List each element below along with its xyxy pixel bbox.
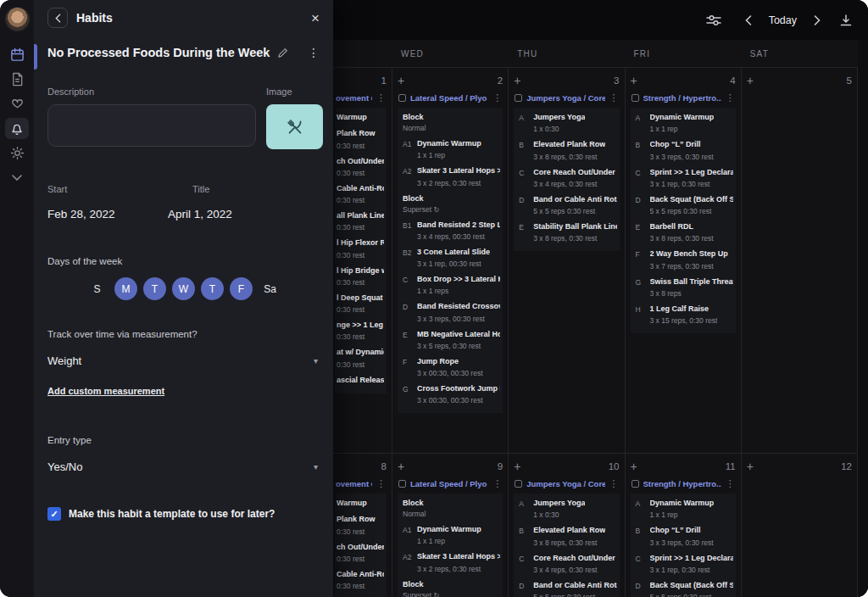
program-title[interactable]: Lateral Speed / Plyo [410,93,488,103]
exercise-row[interactable]: ADynamic Warmup1 x 1 rep [631,495,736,522]
program-title-row[interactable]: Jumpers Yoga / Core⋮ [515,91,618,104]
start-date-field[interactable]: Feb 28, 2022 [47,208,168,220]
day-toggle-3[interactable]: W [172,277,195,300]
exercise-row[interactable]: CCore Reach Out/Under3 x 4 reps, 0:30 re… [514,550,619,577]
exercise-row[interactable]: DBand or Cable Anti Rotati...5 x 5 reps … [514,577,619,597]
exercise-row[interactable]: ADynamic Warmup1 x 1 rep [631,109,736,137]
add-workout-icon[interactable]: + [747,75,754,86]
exercise-row[interactable]: CCore Reach Out/Under3 x 4 reps, 0:30 re… [514,165,619,192]
exercise-row[interactable]: FJump Rope3 x 00:30, 00:30 rest [398,354,503,381]
program-checkbox[interactable] [515,480,522,488]
program-title[interactable]: Jumpers Yoga / Core [526,479,604,488]
health-heart-icon[interactable] [5,93,29,114]
calendar-cell[interactable]: +12 [742,454,858,597]
exercise-row[interactable]: DBand Resisted Crossover...3 x 3 reps, 0… [398,298,503,326]
bell-icon[interactable] [5,118,29,139]
program-checkbox[interactable] [398,94,406,102]
close-icon[interactable]: × [311,11,320,25]
program-checkbox[interactable] [515,94,522,102]
exercise-row[interactable]: ch Out/Under0:30 rest [335,153,387,181]
exercise-row[interactable]: ch Out/Under0:30 rest [335,539,387,566]
add-workout-icon[interactable]: + [398,460,404,472]
document-icon[interactable] [5,69,29,90]
exercise-row[interactable]: BChop “L” Drill3 x 3 reps, 0:30 rest [631,522,736,550]
exercise-row[interactable]: CBox Drop >> 3 Lateral H...1 x 1 reps [398,271,503,298]
exercise-row[interactable]: BChop “L” Drill3 x 3 reps, 0:30 rest [631,137,736,164]
calendar-cell[interactable]: +10Jumpers Yoga / Core⋮AJumpers Yoga1 x … [509,454,625,597]
title-date-field[interactable]: April 1, 2022 [168,208,288,220]
add-workout-icon[interactable]: + [631,75,637,86]
exercise-row[interactable]: A1Dynamic Warmup1 x 1 rep [398,136,503,163]
exercise-row[interactable]: AJumpers Yoga1 x 0:30 [514,109,619,137]
exercise-row[interactable]: Cable Anti-Rotati...0:30 rest [335,181,387,208]
program-menu-icon[interactable]: ⋮ [376,478,386,489]
program-checkbox[interactable] [398,480,406,488]
exercise-row[interactable]: Cable Anti-Rotati...0:30 rest [335,566,387,594]
exercise-row[interactable]: l Hip Bridge w/ ...0:30 rest [335,263,387,290]
day-toggle-4[interactable]: T [201,277,224,300]
exercise-row[interactable]: H1 Leg Calf Raise3 x 15 reps, 0:30 rest [631,301,736,328]
template-checkbox[interactable]: ✓ [47,507,61,521]
exercise-row[interactable]: CSprint >> 1 Leg Declarations3 x 1 rep, … [631,165,736,192]
exercise-row[interactable]: Warmup [335,109,387,126]
exercise-row[interactable]: B23 Cone Lateral Slide3 x 1 rep, 00:30 r… [398,244,503,271]
exercise-row[interactable]: A1Dynamic Warmup1 x 1 rep [398,522,503,549]
habit-menu-icon[interactable]: ⋮ [308,46,320,59]
day-toggle-6[interactable]: Sa [259,277,281,300]
measurement-select[interactable]: Weight ▾ [47,354,320,367]
calendar-cell[interactable]: 8ovement Q...⋮WarmupPlank Row0:30 restch… [333,454,392,597]
program-menu-icon[interactable]: ⋮ [492,92,502,103]
add-workout-icon[interactable]: + [514,460,520,472]
exercise-row[interactable]: B1Band Resisted 2 Step Late...3 x 4 reps… [398,217,503,244]
calendar-cell[interactable]: +11Strength / Hypertro...⋮ADynamic Warmu… [626,454,742,597]
program-title[interactable]: ovement Q... [336,479,372,488]
day-toggle-5[interactable]: F [230,277,253,300]
exercise-row[interactable]: Plank Row0:30 rest [335,126,387,153]
exercise-row[interactable]: all Plank Linear ...0:30 rest [335,594,387,597]
day-toggle-2[interactable]: T [143,277,166,300]
program-menu-icon[interactable]: ⋮ [492,478,502,489]
calendar-cell[interactable]: +9Lateral Speed / Plyo⋮BlockNormalA1Dyna… [392,454,509,597]
exercise-row[interactable]: ascial Release C... [335,372,387,388]
exercise-row[interactable]: all Plank Linear ...0:30 rest [335,208,387,235]
exercise-row[interactable]: A2Skater 3 Lateral Hops >> ...3 x 2 reps… [398,163,503,190]
back-button[interactable] [47,8,68,28]
exercise-row[interactable]: l Hip Flexor Rais...0:30 rest [335,235,387,262]
calendar-cell[interactable]: +3Jumpers Yoga / Core⋮AJumpers Yoga1 x 0… [509,68,625,453]
exercise-row[interactable]: BElevated Plank Row3 x 8 reps, 0:30 rest [514,137,619,164]
download-icon[interactable] [837,12,854,29]
exercise-row[interactable]: EMB Negative Lateral Hop...3 x 5 reps, 0… [398,326,503,354]
today-button[interactable]: Today [769,14,797,26]
program-title[interactable]: ovement Q... [336,93,372,103]
exercise-row[interactable]: AJumpers Yoga1 x 0:30 [514,495,619,522]
prev-week-icon[interactable] [743,14,754,27]
add-custom-measurement-link[interactable]: Add custom measurement [47,386,164,396]
exercise-row[interactable]: DBack Squat (Back Off Set)5 x 5 reps 0:3… [631,192,736,219]
program-checkbox[interactable] [632,480,639,488]
next-week-icon[interactable] [812,14,822,27]
program-menu-icon[interactable]: ⋮ [609,92,619,103]
exercise-row[interactable]: nge >> 1 Leg St...0:30 rest [335,317,387,344]
description-input[interactable] [47,104,256,147]
gear-icon[interactable] [5,142,29,164]
exercise-row[interactable]: EBarbell RDL3 x 8 reps, 0:30 rest [631,219,736,246]
exercise-row[interactable]: GSwiss Ball Triple Threat3 x 8 reps [631,274,736,301]
edit-pencil-icon[interactable] [277,47,288,59]
program-menu-icon[interactable]: ⋮ [609,478,619,489]
program-title-row[interactable]: Strength / Hypertro...⋮ [632,477,735,490]
program-title[interactable]: Lateral Speed / Plyo [410,479,488,488]
exercise-row[interactable]: EStability Ball Plank Linear ...3 x 8 re… [514,219,619,246]
chevron-down-icon[interactable] [5,167,29,188]
program-menu-icon[interactable]: ⋮ [726,92,735,103]
calendar-cell[interactable]: +2Lateral Speed / Plyo⋮BlockNormalA1Dyna… [392,68,509,453]
calendar-cell[interactable]: 1ovement Q...⋮WarmupPlank Row0:30 restch… [333,68,392,453]
program-title[interactable]: Strength / Hypertro... [643,479,721,488]
program-title[interactable]: Jumpers Yoga / Core [526,93,604,103]
exercise-row[interactable]: DBack Squat (Back Off Set)5 x 5 reps 0:3… [631,577,736,597]
program-title-row[interactable]: ovement Q...⋮ [336,91,386,104]
program-title-row[interactable]: Jumpers Yoga / Core⋮ [515,477,618,490]
entry-type-select[interactable]: Yes/No ▾ [47,460,320,473]
exercise-row[interactable]: GCross Footwork Jump Rope3 x 00:30, 00:3… [398,381,503,408]
calendar-icon[interactable] [5,44,29,65]
exercise-row[interactable]: Plank Row0:30 rest [335,511,387,538]
